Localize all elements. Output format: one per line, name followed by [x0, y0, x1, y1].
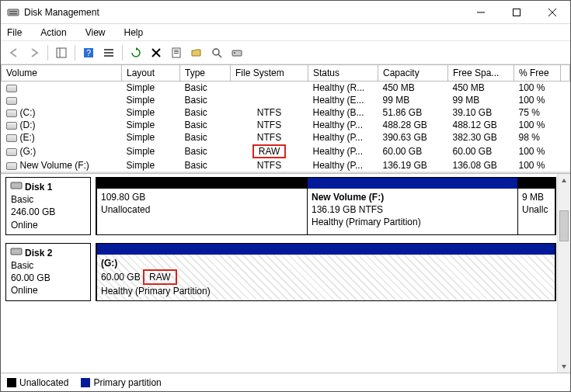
partition[interactable]: 9 MBUnallc — [517, 177, 555, 235]
cell-type: Basic — [180, 159, 231, 172]
maximize-button[interactable] — [499, 1, 534, 24]
cell-filesystem: NTFS — [231, 159, 308, 172]
menu-view[interactable]: View — [82, 26, 109, 40]
disk-row: Disk 2Basic60.00 GBOnline(G:)60.00 GB RA… — [5, 243, 556, 301]
col-layout[interactable]: Layout — [122, 65, 180, 82]
disk-kind: Basic — [11, 259, 85, 272]
show-hide-panel-button[interactable] — [53, 44, 70, 61]
vertical-scrollbar[interactable] — [557, 174, 570, 373]
window-title: Disk Management — [24, 7, 463, 18]
partition-status: Unallocated — [101, 203, 303, 216]
col-type[interactable]: Type — [180, 65, 231, 82]
cell-freespace: 382.30 GB — [448, 131, 514, 144]
disk-map: (G:)60.00 GB RAWHealthy (Primary Partiti… — [96, 243, 556, 301]
col-freespace[interactable]: Free Spa... — [448, 65, 514, 82]
minimize-button[interactable] — [463, 1, 499, 24]
col-status[interactable]: Status — [308, 65, 378, 82]
menu-file[interactable]: File — [4, 26, 25, 40]
cell-freespace: 136.08 GB — [448, 159, 514, 172]
cell-freespace: 99 MB — [448, 94, 514, 106]
cell-status: Healthy (E... — [308, 94, 378, 106]
cell-pctfree: 100 % — [514, 94, 561, 106]
close-button[interactable] — [534, 1, 570, 24]
table-row[interactable]: (E:)SimpleBasicNTFSHealthy (P...390.63 G… — [2, 131, 570, 144]
partition-stripe — [97, 178, 307, 189]
disk-label[interactable]: Disk 2Basic60.00 GBOnline — [5, 243, 91, 301]
cell-filesystem: NTFS — [231, 106, 308, 119]
settings-list-button[interactable] — [100, 44, 117, 61]
partition[interactable]: (G:)60.00 GB RAWHealthy (Primary Partiti… — [96, 243, 555, 301]
legend-unallocated: Unallocated — [7, 377, 68, 388]
col-pctfree[interactable]: % Free — [514, 65, 561, 82]
disk-options-icon[interactable] — [228, 44, 245, 61]
help-button[interactable]: ? — [80, 44, 97, 61]
table-header-row: Volume Layout Type File System Status Ca… — [2, 65, 570, 82]
col-filesystem[interactable]: File System — [231, 65, 308, 82]
menu-action[interactable]: Action — [37, 26, 69, 40]
properties-icon[interactable] — [168, 44, 185, 61]
partition[interactable]: New Volume (F:)136.19 GB NTFSHealthy (Pr… — [307, 177, 518, 235]
partition-status: Healthy (Primary Partition) — [312, 216, 514, 228]
delete-icon[interactable] — [148, 44, 165, 61]
disk-map-pane: Disk 1Basic246.00 GBOnline109.80 GBUnall… — [1, 173, 570, 373]
swatch-unallocated-icon — [7, 378, 16, 387]
col-capacity[interactable]: Capacity — [378, 65, 448, 82]
svg-rect-1 — [9, 11, 17, 12]
cell-layout: Simple — [122, 159, 180, 172]
swatch-primary-icon — [81, 378, 90, 387]
search-icon[interactable] — [208, 44, 225, 61]
table-row[interactable]: (G:)SimpleBasicRAWHealthy (P...60.00 GB6… — [2, 144, 570, 159]
fs-highlight: RAW — [143, 269, 177, 285]
disk-name: Disk 2 — [11, 247, 85, 259]
cell-layout: Simple — [122, 131, 180, 144]
drive-icon — [6, 97, 17, 105]
volume-table[interactable]: Volume Layout Type File System Status Ca… — [1, 64, 570, 172]
partition-size: 109.80 GB — [101, 191, 303, 203]
menu-help[interactable]: Help — [121, 26, 147, 40]
back-button[interactable] — [5, 44, 23, 61]
drive-icon — [6, 122, 17, 130]
disk-label[interactable]: Disk 1Basic246.00 GBOnline — [5, 177, 91, 235]
forward-button[interactable] — [26, 44, 43, 61]
col-volume[interactable]: Volume — [2, 65, 122, 82]
table-row[interactable]: (C:)SimpleBasicNTFSHealthy (B...51.86 GB… — [2, 106, 570, 119]
svg-rect-18 — [174, 51, 179, 52]
cell-layout: Simple — [122, 94, 180, 106]
refresh-button[interactable] — [127, 44, 144, 61]
cell-pctfree: 100 % — [514, 144, 561, 159]
cell-status: Healthy (P... — [308, 159, 378, 172]
partition[interactable]: 109.80 GBUnallocated — [96, 177, 308, 235]
legend: Unallocated Primary partition — [1, 373, 570, 391]
table-row[interactable]: SimpleBasicHealthy (E...99 MB99 MB100 % — [2, 94, 570, 106]
cell-pctfree: 98 % — [514, 131, 561, 144]
scroll-up-icon[interactable] — [558, 174, 570, 187]
cell-type: Basic — [180, 119, 231, 131]
cell-filesystem: NTFS — [231, 131, 308, 144]
partition-stripe — [97, 244, 555, 255]
cell-volume — [2, 94, 122, 106]
table-row[interactable]: SimpleBasicHealthy (R...450 MB450 MB100 … — [2, 82, 570, 95]
disk-name: Disk 1 — [11, 181, 85, 193]
scroll-track[interactable] — [558, 187, 570, 359]
open-folder-icon[interactable] — [188, 44, 205, 61]
svg-rect-2 — [9, 13, 17, 15]
cell-freespace: 60.00 GB — [448, 144, 514, 159]
drive-icon — [6, 162, 17, 170]
cell-status: Healthy (P... — [308, 144, 378, 159]
table-row[interactable]: New Volume (F:)SimpleBasicNTFSHealthy (P… — [2, 159, 570, 172]
cell-capacity: 390.63 GB — [378, 131, 448, 144]
cell-volume: (C:) — [2, 106, 122, 119]
scroll-down-icon[interactable] — [558, 359, 570, 373]
svg-rect-11 — [104, 49, 113, 50]
cell-filesystem — [231, 82, 308, 95]
drive-icon — [6, 85, 17, 92]
scroll-thumb[interactable] — [559, 210, 569, 241]
disk-size: 246.00 GB — [11, 206, 85, 218]
cell-layout: Simple — [122, 106, 180, 119]
table-row[interactable]: (D:)SimpleBasicNTFSHealthy (P...488.28 G… — [2, 119, 570, 131]
cell-filesystem: NTFS — [231, 119, 308, 131]
cell-status: Healthy (P... — [308, 131, 378, 144]
cell-type: Basic — [180, 82, 231, 95]
partition-stripe — [518, 178, 555, 189]
cell-status: Healthy (R... — [308, 82, 378, 95]
